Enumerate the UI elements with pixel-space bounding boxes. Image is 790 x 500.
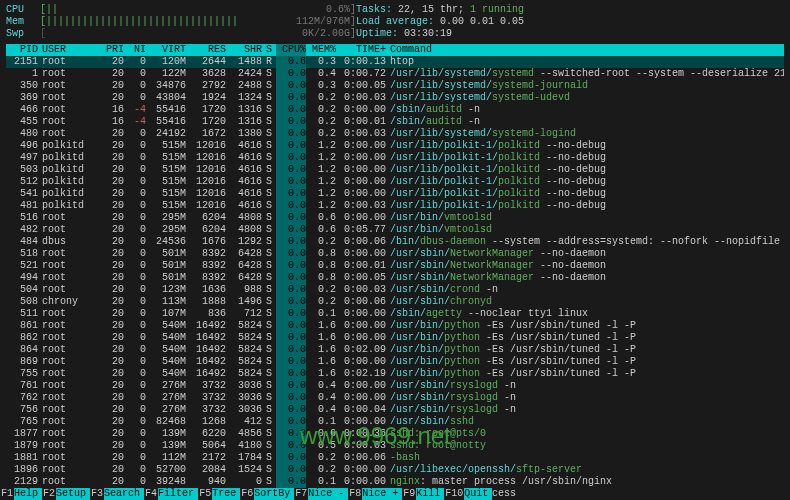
process-row[interactable]: 765root200824681268412S0.00.10:00.00/usr…	[6, 416, 784, 428]
process-row[interactable]: 455root16-45541617201316S0.00.20:00.01/s…	[6, 116, 784, 128]
process-row[interactable]: 1879root200139M50644180S0.00.50:00.03ssh…	[6, 440, 784, 452]
process-row[interactable]: 755root200540M164925824S0.01.60:02.19/us…	[6, 368, 784, 380]
fkey-f1[interactable]: F1	[0, 488, 14, 500]
process-row[interactable]: 2129root200392489400S0.00.10:00.00nginx:…	[6, 476, 784, 488]
load-line: Load average: 0.00 0.01 0.05	[356, 16, 784, 28]
col-res[interactable]: RES	[186, 44, 226, 56]
fkey-label-filter[interactable]: Filter	[158, 488, 198, 500]
fkey-f5[interactable]: F5	[198, 488, 212, 500]
process-row[interactable]: 511root200107M836712S0.00.10:00.00/sbin/…	[6, 308, 784, 320]
process-row[interactable]: 350root2003487627922488S0.00.30:00.05/us…	[6, 80, 784, 92]
selected-process-row[interactable]: 2151 root 20 0 120M 2644 1488 R 0.6 0.3 …	[6, 56, 784, 68]
fkey-f3[interactable]: F3	[90, 488, 104, 500]
process-row[interactable]: 541polkitd200515M120164616S0.01.20:00.00…	[6, 188, 784, 200]
col-virt[interactable]: VIRT	[146, 44, 186, 56]
process-row[interactable]: 512polkitd200515M120164616S0.01.20:00.00…	[6, 176, 784, 188]
col-user[interactable]: USER	[42, 44, 96, 56]
process-row[interactable]: 756root200276M37323036S0.00.40:00.04/usr…	[6, 404, 784, 416]
process-row[interactable]: 508chrony200113M18881496S0.00.20:00.06/u…	[6, 296, 784, 308]
col-pid[interactable]: PID	[6, 44, 42, 56]
fkey-f7[interactable]: F7	[294, 488, 308, 500]
process-row[interactable]: 481polkitd200515M120164616S0.01.20:00.03…	[6, 200, 784, 212]
fkey-label-quit[interactable]: Quit	[464, 488, 492, 500]
col-cpu[interactable]: CPU%	[276, 44, 306, 56]
process-row[interactable]: 480root2002419216721380S0.00.20:00.03/us…	[6, 128, 784, 140]
process-row[interactable]: 504root200123M1636988S0.00.20:00.03/usr/…	[6, 284, 784, 296]
process-row[interactable]: 864root200540M164925824S0.01.60:02.09/us…	[6, 344, 784, 356]
process-row[interactable]: 1896root2005270020841524S0.00.20:00.00/u…	[6, 464, 784, 476]
swp-meter: Swp [ 0K/2.00G]	[6, 28, 356, 40]
meters-section: CPU [|| 0.6%] Mem [|||||||||||||||||||||…	[6, 4, 784, 40]
fkey-f4[interactable]: F4	[144, 488, 158, 500]
process-row[interactable]: 369root2004380419241324S0.00.20:00.03/us…	[6, 92, 784, 104]
column-header[interactable]: PID USER PRI NI VIRT RES SHR S CPU% MEM%…	[6, 44, 784, 56]
uptime-line: Uptime: 03:30:19	[356, 28, 784, 40]
col-pri[interactable]: PRI	[96, 44, 124, 56]
fkey-label-nice -[interactable]: Nice -	[308, 488, 348, 500]
fkey-label-help[interactable]: Help	[14, 488, 42, 500]
fkey-f9[interactable]: F9	[402, 488, 416, 500]
process-row[interactable]: 761root200276M37323036S0.00.40:00.00/usr…	[6, 380, 784, 392]
fkey-f10[interactable]: F10	[444, 488, 464, 500]
process-row[interactable]: 466root16-45541617201316S0.00.20:00.00/s…	[6, 104, 784, 116]
fkey-label-nice +[interactable]: Nice +	[362, 488, 402, 500]
col-ni[interactable]: NI	[124, 44, 146, 56]
cpu-meter: CPU [|| 0.6%]	[6, 4, 356, 16]
fkey-label-sortby[interactable]: SortBy	[254, 488, 294, 500]
col-shr[interactable]: SHR	[226, 44, 262, 56]
process-row[interactable]: 521root200501M83926428S0.00.80:00.01/usr…	[6, 260, 784, 272]
process-row[interactable]: 518root200501M83926428S0.00.80:00.00/usr…	[6, 248, 784, 260]
process-row[interactable]: 861root200540M164925824S0.01.60:00.00/us…	[6, 320, 784, 332]
col-mem[interactable]: MEM%	[306, 44, 336, 56]
process-row[interactable]: 484dbus2002453616761292S0.00.20:00.06/bi…	[6, 236, 784, 248]
process-row[interactable]: 1881root200112M21721784S0.00.20:00.06-ba…	[6, 452, 784, 464]
fkey-label-tree[interactable]: Tree	[212, 488, 240, 500]
col-time[interactable]: TIME+	[336, 44, 390, 56]
process-row[interactable]: 494root200501M83926428S0.00.80:00.05/usr…	[6, 272, 784, 284]
fkey-label-kill[interactable]: Kill	[416, 488, 444, 500]
mem-meter: Mem [|||||||||||||||||||||||||||||||| 11…	[6, 16, 356, 28]
col-s[interactable]: S	[262, 44, 276, 56]
process-row[interactable]: 516root200295M62044808S0.00.60:00.00/usr…	[6, 212, 784, 224]
process-row[interactable]: 503polkitd200515M120164616S0.01.20:00.00…	[6, 164, 784, 176]
process-row[interactable]: 862root200540M164925824S0.01.60:00.00/us…	[6, 332, 784, 344]
process-row[interactable]: 497polkitd200515M120164616S0.01.20:00.00…	[6, 152, 784, 164]
fkey-f6[interactable]: F6	[240, 488, 254, 500]
tasks-line: Tasks: 22, 15 thr; 1 running	[356, 4, 784, 16]
htop-terminal[interactable]: CPU [|| 0.6%] Mem [|||||||||||||||||||||…	[0, 0, 790, 500]
process-row[interactable]: 1877root200139M62204856S0.00.60:00.36ssh…	[6, 428, 784, 440]
process-row[interactable]: 496polkitd200515M120164616S0.01.20:00.00…	[6, 140, 784, 152]
fkey-label-setup[interactable]: Setup	[56, 488, 90, 500]
function-key-bar[interactable]: F1HelpF2SetupF3SearchF4FilterF5TreeF6Sor…	[0, 488, 790, 500]
process-list[interactable]: 1root200122M36282424S0.00.40:00.72/usr/l…	[6, 68, 784, 500]
process-row[interactable]: 762root200276M37323036S0.00.40:00.00/usr…	[6, 392, 784, 404]
fkey-label-search[interactable]: Search	[104, 488, 144, 500]
col-cmd[interactable]: Command	[390, 44, 784, 56]
process-row[interactable]: 869root200540M164925824S0.01.60:00.00/us…	[6, 356, 784, 368]
process-row[interactable]: 1root200122M36282424S0.00.40:00.72/usr/l…	[6, 68, 784, 80]
process-row[interactable]: 482root200295M62044808S0.00.60:05.77/usr…	[6, 224, 784, 236]
fkey-f2[interactable]: F2	[42, 488, 56, 500]
fkey-f8[interactable]: F8	[348, 488, 362, 500]
